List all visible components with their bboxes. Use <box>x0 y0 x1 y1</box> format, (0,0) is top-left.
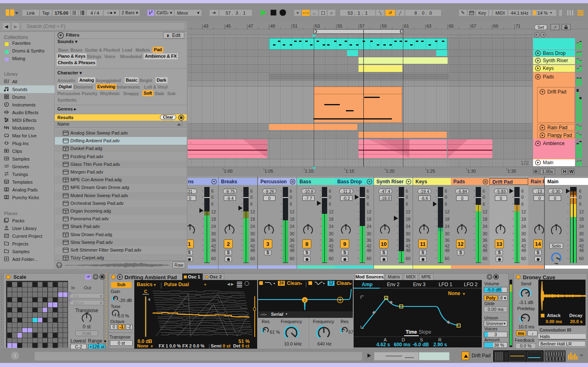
svg-text:2: 2 <box>304 298 306 302</box>
